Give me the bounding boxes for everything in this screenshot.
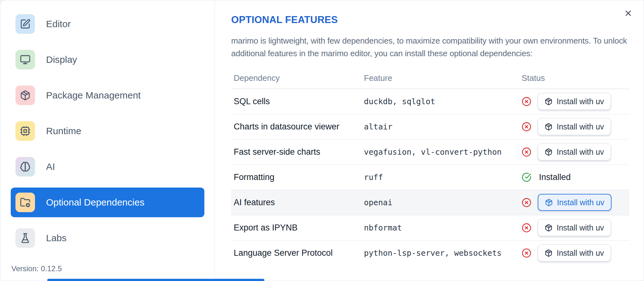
folder-cog-icon	[20, 197, 31, 208]
sidebar-item-ai[interactable]: AI	[11, 152, 204, 182]
status-cell: Install with uv	[519, 89, 629, 114]
flask-icon	[20, 233, 31, 243]
edit-icon	[20, 19, 31, 29]
cpu-icon	[15, 121, 35, 141]
installed-status-icon	[522, 172, 531, 182]
sidebar-item-package-management[interactable]: Package Management	[11, 81, 204, 110]
package-icon	[545, 148, 553, 156]
table-row-ai-features: AI featuresopenaiInstall with uv	[231, 190, 629, 215]
circle-x-icon	[522, 122, 531, 132]
install-button-label: Install with uv	[557, 147, 604, 157]
package-icon	[545, 123, 553, 131]
dependency-cell: Formatting	[231, 164, 361, 190]
settings-sidebar: EditorDisplayPackage ManagementRuntimeAI…	[0, 0, 215, 281]
circle-x-icon	[522, 147, 531, 157]
dependency-cell: Fast server-side charts	[231, 139, 361, 164]
background-accent-strip	[47, 279, 264, 281]
package-icon	[545, 98, 553, 105]
feature-cell: openai	[361, 190, 519, 215]
feature-cell: python-lsp-server, websockets	[361, 240, 519, 266]
install-with-uv-button[interactable]: Install with uv	[538, 244, 611, 261]
table-header-row: Dependency Feature Status	[231, 70, 629, 89]
edit-icon	[15, 14, 35, 34]
table-row-sql-cells: SQL cellsduckdb, sqlglotInstall with uv	[231, 89, 629, 114]
sidebar-item-label: Editor	[46, 19, 71, 29]
column-header-feature: Feature	[361, 70, 519, 89]
install-with-uv-button[interactable]: Install with uv	[538, 143, 611, 160]
column-header-dependency: Dependency	[231, 70, 361, 89]
close-button[interactable]	[622, 7, 634, 19]
status-cell: Install with uv	[519, 215, 629, 240]
sidebar-item-runtime[interactable]: Runtime	[11, 116, 204, 146]
dependency-cell: Language Server Protocol	[231, 240, 361, 266]
panel-description: marimo is lightweight, with few dependen…	[231, 34, 629, 60]
sidebar-item-display[interactable]: Display	[11, 45, 204, 75]
sidebar-item-label: Display	[46, 54, 77, 65]
circle-check-icon	[522, 172, 531, 182]
circle-x-icon	[522, 97, 531, 106]
feature-cell: altair	[361, 114, 519, 139]
package-icon	[545, 249, 553, 257]
missing-status-icon	[522, 97, 531, 106]
dependency-cell: AI features	[231, 190, 361, 215]
panel-title: OPTIONAL FEATURES	[231, 14, 629, 26]
flask-icon	[15, 228, 35, 248]
column-header-status: Status	[519, 70, 629, 89]
status-cell: Install with uv	[519, 114, 629, 139]
table-row-formatting: FormattingruffInstalled	[231, 164, 629, 190]
brain-icon	[15, 157, 35, 176]
brain-icon	[20, 161, 31, 172]
feature-cell: duckdb, sqlglot	[361, 89, 519, 114]
table-row-language-server-protocol: Language Server Protocolpython-lsp-serve…	[231, 240, 629, 266]
installed-label: Installed	[539, 172, 571, 182]
sidebar-item-label: Package Management	[46, 90, 141, 101]
dependency-cell: Export as IPYNB	[231, 215, 361, 240]
install-with-uv-button[interactable]: Install with uv	[538, 194, 612, 211]
missing-status-icon	[522, 248, 531, 258]
install-with-uv-button[interactable]: Install with uv	[538, 93, 611, 110]
sidebar-item-label: AI	[46, 161, 55, 172]
missing-status-icon	[522, 122, 531, 132]
package-icon	[545, 199, 553, 206]
package-icon	[545, 199, 553, 206]
table-row-charts-in-datasource-viewer: Charts in datasource vieweraltairInstall…	[231, 114, 629, 139]
feature-cell: ruff	[361, 164, 519, 190]
missing-status-icon	[522, 147, 531, 157]
package-icon	[545, 98, 553, 105]
circle-x-icon	[522, 198, 531, 207]
folder-cog-icon	[15, 193, 35, 212]
table-row-export-as-ipynb: Export as IPYNBnbformatInstall with uv	[231, 215, 629, 240]
dependencies-table-body: SQL cellsduckdb, sqlglotInstall with uvC…	[231, 89, 629, 266]
missing-status-icon	[522, 223, 531, 233]
monitor-icon	[20, 54, 31, 65]
sidebar-item-labs[interactable]: Labs	[11, 223, 204, 253]
cpu-icon	[20, 126, 31, 136]
status-cell: Installed	[519, 164, 629, 190]
install-button-label: Install with uv	[557, 122, 604, 131]
dependencies-table: Dependency Feature Status SQL cellsduckd…	[231, 70, 629, 266]
missing-status-icon	[522, 198, 531, 207]
optional-dependencies-panel: OPTIONAL FEATURES marimo is lightweight,…	[215, 0, 644, 281]
install-with-uv-button[interactable]: Install with uv	[538, 219, 611, 236]
install-button-label: Install with uv	[557, 97, 604, 106]
feature-cell: vegafusion, vl-convert-python	[361, 139, 519, 164]
status-cell: Install with uv	[519, 190, 629, 215]
sidebar-item-optional-dependencies[interactable]: Optional Dependencies	[11, 188, 204, 217]
circle-x-icon	[522, 223, 531, 233]
table-row-fast-server-side-charts: Fast server-side chartsvegafusion, vl-co…	[231, 139, 629, 164]
sidebar-item-label: Optional Dependencies	[46, 197, 144, 208]
dependency-cell: Charts in datasource viewer	[231, 114, 361, 139]
sidebar-nav: EditorDisplayPackage ManagementRuntimeAI…	[11, 9, 214, 259]
package-icon	[545, 148, 553, 156]
sidebar-item-editor[interactable]: Editor	[11, 9, 204, 39]
status-cell: Install with uv	[519, 240, 629, 266]
package-icon	[15, 86, 35, 105]
package-icon	[545, 224, 553, 232]
package-icon	[20, 90, 31, 101]
install-button-label: Install with uv	[557, 223, 604, 232]
version-label: Version: 0.12.5	[11, 264, 214, 273]
circle-x-icon	[522, 248, 531, 258]
settings-dialog: EditorDisplayPackage ManagementRuntimeAI…	[0, 0, 644, 281]
dependency-cell: SQL cells	[231, 89, 361, 114]
install-with-uv-button[interactable]: Install with uv	[538, 118, 611, 135]
